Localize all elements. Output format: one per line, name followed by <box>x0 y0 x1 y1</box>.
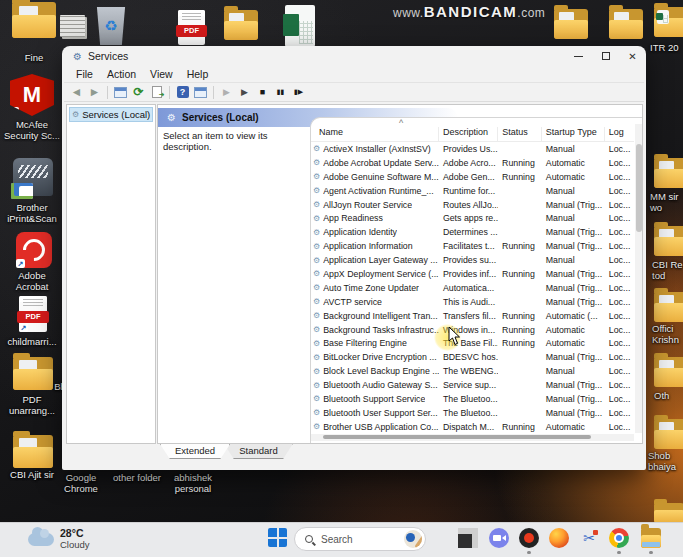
start-service-icon[interactable]: ▶ <box>219 85 234 100</box>
pdf-file-icon[interactable]: PDF <box>178 10 205 45</box>
service-gear-icon: ⚙ <box>313 422 320 431</box>
tab-extended[interactable]: Extended <box>160 444 230 459</box>
close-button[interactable]: ✕ <box>619 46 646 66</box>
table-row[interactable]: ⚙Bluetooth Support ServiceThe Bluetoo...… <box>311 392 634 406</box>
column-header-log[interactable]: Log <box>605 127 634 141</box>
table-row[interactable]: ⚙Agent Activation Runtime_...Runtime for… <box>311 184 634 198</box>
forward-icon[interactable]: ► <box>87 85 102 100</box>
services-list-pane: ^ NameDescriptionStatusStartup TypeLog ⚙… <box>310 117 643 443</box>
service-logon: Loc... <box>605 283 634 293</box>
pause-service-icon[interactable]: ▮▮ <box>273 85 288 100</box>
desktop-icon-mm[interactable] <box>654 158 683 188</box>
task-view-icon[interactable] <box>458 528 478 548</box>
show-console-tree-icon[interactable] <box>113 85 128 100</box>
table-row[interactable]: ⚙Auto Time Zone UpdaterAutomatica...Manu… <box>311 281 634 295</box>
horizontal-scrollbar[interactable] <box>311 434 634 441</box>
table-row[interactable]: ⚙AllJoyn Router ServiceRoutes AllJo...Ma… <box>311 198 634 212</box>
tree-item-services-local[interactable]: ⚙ Services (Local) <box>69 107 153 122</box>
menu-help[interactable]: Help <box>180 68 216 80</box>
recycle-bin-icon[interactable]: ♻ <box>95 7 127 45</box>
papers-icon[interactable] <box>60 15 85 37</box>
refresh-icon[interactable]: ⟳ <box>131 85 146 100</box>
service-startup-type: Manual <box>542 366 605 376</box>
desktop-folder-icon[interactable] <box>224 10 258 40</box>
desktop-icon-official-krishna[interactable] <box>654 292 683 322</box>
desktop-icon-mcafee[interactable]: M↗ <box>10 74 54 116</box>
export-list-icon[interactable] <box>149 85 164 100</box>
vertical-scrollbar[interactable] <box>635 124 643 433</box>
title-bar[interactable]: ⚙ Services ✕ <box>62 46 646 66</box>
excel-file-icon[interactable] <box>285 5 315 47</box>
scrollbar-thumb[interactable] <box>323 435 591 439</box>
back-icon[interactable]: ◄ <box>69 85 84 100</box>
firefox-icon[interactable] <box>549 528 569 548</box>
service-startup-type: Automatic <box>542 338 605 348</box>
screen-recorder-icon[interactable] <box>519 528 539 548</box>
bing-daily-icon[interactable] <box>404 530 422 548</box>
minimize-button[interactable] <box>565 46 592 66</box>
table-row[interactable]: ⚙Background Intelligent Tran...Transfers… <box>311 309 634 323</box>
cursor-arrow-icon <box>448 326 462 346</box>
chat-icon[interactable] <box>489 528 509 548</box>
table-row[interactable]: ⚙Bluetooth User Support Ser...The Blueto… <box>311 406 634 420</box>
desktop-icon-brother[interactable]: ↗ <box>13 158 53 196</box>
table-row[interactable]: ⚙AVCTP serviceThis is Audi...Manual (Tri… <box>311 295 634 309</box>
desktop-folder-icon[interactable] <box>654 503 683 523</box>
table-row[interactable]: ⚙Block Level Backup Engine ...The WBENG.… <box>311 364 634 378</box>
desktop-icon-itr[interactable] <box>654 7 683 37</box>
desktop-icon-acrobat[interactable]: ↗ <box>16 232 52 268</box>
table-row[interactable]: ⚙AppX Deployment Service (...Provides in… <box>311 267 634 281</box>
help-icon[interactable]: ? <box>175 85 190 100</box>
column-header-description[interactable]: Description <box>439 127 498 141</box>
desktop-icon-fine[interactable] <box>12 2 56 38</box>
service-description: Dispatch M... <box>439 422 498 432</box>
table-row[interactable]: ⚙Application Layer Gateway ...Provides s… <box>311 253 634 267</box>
desktop-folder-icon[interactable] <box>609 9 643 39</box>
table-row[interactable]: ⚙Bluetooth Audio Gateway S...Service sup… <box>311 378 634 392</box>
desktop-folder-icon[interactable] <box>554 9 588 39</box>
table-row[interactable]: ⚙BitLocker Drive Encryption ...BDESVC ho… <box>311 350 634 364</box>
service-description: Routes AllJo... <box>439 200 498 210</box>
table-row[interactable]: ⚙Adobe Genuine Software M...Adobe Gen...… <box>311 170 634 184</box>
table-row[interactable]: ⚙Base Filtering EngineThe Base Fil...Run… <box>311 336 634 350</box>
service-logon: Loc... <box>605 213 634 223</box>
chrome-icon[interactable] <box>609 528 629 548</box>
snipping-tool-icon[interactable]: ✂ <box>579 528 599 548</box>
column-header-startup-type[interactable]: Startup Type <box>542 127 605 141</box>
pane-title: Services (Local) <box>182 112 259 123</box>
table-row[interactable]: ⚙ActiveX Installer (AxInstSV)Provides Us… <box>311 142 634 156</box>
start-button[interactable] <box>268 528 287 547</box>
service-name: Block Level Backup Engine ... <box>323 366 439 376</box>
table-row[interactable]: ⚙Adobe Acrobat Update Serv...Adobe Acro.… <box>311 156 634 170</box>
menu-view[interactable]: View <box>143 68 180 80</box>
desktop-icon-shob[interactable] <box>654 419 683 449</box>
desktop-icon-childmarriage[interactable]: PDF↗ <box>19 296 47 332</box>
column-header-status[interactable]: Status <box>498 127 542 141</box>
scrollbar-thumb[interactable] <box>636 144 642 232</box>
table-row[interactable]: ⚙Application InformationFacilitates t...… <box>311 239 634 253</box>
desktop-icon-cbi-ajit[interactable] <box>13 435 53 468</box>
table-row[interactable]: ⚙App ReadinessGets apps re...ManualLoc..… <box>311 211 634 225</box>
resume-service-icon[interactable]: ▶ <box>237 85 252 100</box>
menu-action[interactable]: Action <box>100 68 143 80</box>
service-startup-type: Manual (Trig... <box>542 283 605 293</box>
desktop-icon-others[interactable] <box>654 357 683 387</box>
properties-icon[interactable] <box>193 85 208 100</box>
tab-standard[interactable]: Standard <box>224 444 293 459</box>
weather-widget[interactable]: 28°C Cloudy <box>28 527 90 551</box>
folder-front <box>654 430 683 449</box>
table-row[interactable]: ⚙Brother USB Application Co...Dispatch M… <box>311 420 634 434</box>
column-header-name[interactable]: Name <box>311 127 439 141</box>
search-box[interactable]: Search <box>294 527 426 551</box>
menu-file[interactable]: File <box>69 68 100 80</box>
table-row[interactable]: ⚙Application IdentityDetermines ...Manua… <box>311 225 634 239</box>
stop-service-icon[interactable]: ■ <box>255 85 270 100</box>
file-explorer-icon[interactable] <box>641 528 661 548</box>
desktop-icon-pdf-unarranged[interactable] <box>13 357 53 390</box>
table-row[interactable]: ⚙Background Tasks Infrastruc...Windows i… <box>311 323 634 337</box>
maximize-button[interactable] <box>592 46 619 66</box>
service-gear-icon: ⚙ <box>313 269 320 278</box>
desktop-icon-cbi-re[interactable] <box>654 226 683 256</box>
service-startup-type: Manual (Trig... <box>542 380 605 390</box>
restart-service-icon[interactable]: ▮▶ <box>291 85 306 100</box>
